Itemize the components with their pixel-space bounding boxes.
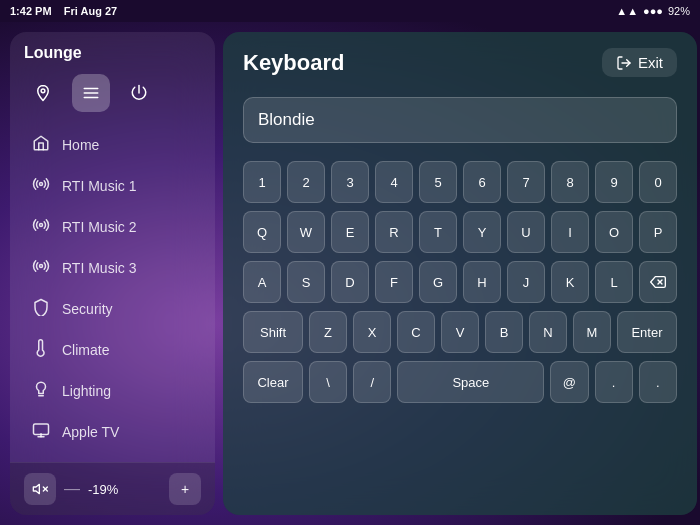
key-s[interactable]: S <box>287 261 325 303</box>
key-row-bottom: Clear \ / Space @ . . <box>243 361 677 403</box>
sidebar-item-rti-music-3[interactable]: RTI Music 3 <box>16 248 209 288</box>
power-button[interactable] <box>120 74 158 112</box>
key-o[interactable]: O <box>595 211 633 253</box>
radio-icon-2 <box>30 216 52 238</box>
exit-button[interactable]: Exit <box>602 48 677 77</box>
key-6[interactable]: 6 <box>463 161 501 203</box>
key-space[interactable]: Space <box>397 361 544 403</box>
signal-icon: ●●● <box>643 5 663 17</box>
key-8[interactable]: 8 <box>551 161 589 203</box>
status-time: 1:42 PM <box>10 5 52 17</box>
sidebar-item-rti-music-2-label: RTI Music 2 <box>62 219 136 235</box>
key-row-asdf: A S D F G H J K L <box>243 261 677 303</box>
keyboard-keys: 1 2 3 4 5 6 7 8 9 0 Q W E R T Y U I <box>243 161 677 499</box>
key-period[interactable]: . <box>639 361 677 403</box>
sidebar-controls <box>10 70 215 120</box>
radio-icon-3 <box>30 257 52 279</box>
key-slash[interactable]: / <box>353 361 391 403</box>
key-7[interactable]: 7 <box>507 161 545 203</box>
key-u[interactable]: U <box>507 211 545 253</box>
svg-point-4 <box>40 183 43 186</box>
key-j[interactable]: J <box>507 261 545 303</box>
key-h[interactable]: H <box>463 261 501 303</box>
sidebar: Lounge <box>10 32 215 515</box>
key-y[interactable]: Y <box>463 211 501 253</box>
battery-level: 92% <box>668 5 690 17</box>
mute-button[interactable] <box>24 473 56 505</box>
key-q[interactable]: Q <box>243 211 281 253</box>
vol-separator: — <box>64 480 80 498</box>
key-3[interactable]: 3 <box>331 161 369 203</box>
key-4[interactable]: 4 <box>375 161 413 203</box>
key-w[interactable]: W <box>287 211 325 253</box>
mute-icon <box>32 481 48 497</box>
sidebar-nav: Home RTI Music 1 <box>10 120 215 462</box>
key-c[interactable]: C <box>397 311 435 353</box>
status-indicators: ▲▲ ●●● 92% <box>616 5 690 17</box>
key-p[interactable]: P <box>639 211 677 253</box>
sidebar-item-security-label: Security <box>62 301 113 317</box>
lighting-icon <box>30 380 52 402</box>
key-g[interactable]: G <box>419 261 457 303</box>
key-m[interactable]: M <box>573 311 611 353</box>
sidebar-item-apple-tv[interactable]: Apple TV <box>16 412 209 452</box>
sidebar-item-security[interactable]: Security <box>16 289 209 329</box>
radio-icon-1 <box>30 175 52 197</box>
sidebar-item-climate[interactable]: Climate <box>16 330 209 370</box>
volume-level: -19% <box>88 482 118 497</box>
key-shift[interactable]: Shift <box>243 311 303 353</box>
key-a[interactable]: A <box>243 261 281 303</box>
volume-up-button[interactable]: + <box>169 473 201 505</box>
svg-point-6 <box>40 265 43 268</box>
svg-rect-7 <box>34 424 49 435</box>
status-time-date: 1:42 PM Fri Aug 27 <box>10 5 117 17</box>
key-b[interactable]: B <box>485 311 523 353</box>
exit-label: Exit <box>638 54 663 71</box>
key-backspace[interactable] <box>639 261 677 303</box>
key-r[interactable]: R <box>375 211 413 253</box>
key-row-numbers: 1 2 3 4 5 6 7 8 9 0 <box>243 161 677 203</box>
key-2[interactable]: 2 <box>287 161 325 203</box>
key-comma[interactable]: . <box>595 361 633 403</box>
key-d[interactable]: D <box>331 261 369 303</box>
key-n[interactable]: N <box>529 311 567 353</box>
key-row-qwerty: Q W E R T Y U I O P <box>243 211 677 253</box>
key-row-zxcv: Shift Z X C V B N M Enter <box>243 311 677 353</box>
status-bar: 1:42 PM Fri Aug 27 ▲▲ ●●● 92% <box>0 0 700 22</box>
key-9[interactable]: 9 <box>595 161 633 203</box>
backspace-icon <box>650 274 666 290</box>
sidebar-item-home-label: Home <box>62 137 99 153</box>
key-z[interactable]: Z <box>309 311 347 353</box>
key-5[interactable]: 5 <box>419 161 457 203</box>
key-1[interactable]: 1 <box>243 161 281 203</box>
key-l[interactable]: L <box>595 261 633 303</box>
plus-icon: + <box>181 481 189 497</box>
sidebar-item-rti-music-1[interactable]: RTI Music 1 <box>16 166 209 206</box>
key-0[interactable]: 0 <box>639 161 677 203</box>
key-clear[interactable]: Clear <box>243 361 303 403</box>
key-backslash[interactable]: \ <box>309 361 347 403</box>
keyboard-text-input[interactable] <box>243 97 677 143</box>
sidebar-item-lighting-label: Lighting <box>62 383 111 399</box>
menu-button[interactable] <box>72 74 110 112</box>
sidebar-item-lighting[interactable]: Lighting <box>16 371 209 411</box>
sidebar-item-blu-ray[interactable]: Blu-ray <box>16 453 209 462</box>
security-icon <box>30 298 52 320</box>
key-at[interactable]: @ <box>550 361 588 403</box>
sidebar-item-home[interactable]: Home <box>16 125 209 165</box>
sidebar-item-apple-tv-label: Apple TV <box>62 424 119 440</box>
key-i[interactable]: I <box>551 211 589 253</box>
key-e[interactable]: E <box>331 211 369 253</box>
key-v[interactable]: V <box>441 311 479 353</box>
key-t[interactable]: T <box>419 211 457 253</box>
key-x[interactable]: X <box>353 311 391 353</box>
sidebar-title: Lounge <box>10 32 215 70</box>
sidebar-item-rti-music-2[interactable]: RTI Music 2 <box>16 207 209 247</box>
home-icon <box>30 134 52 156</box>
appletv-icon <box>30 421 52 443</box>
key-k[interactable]: K <box>551 261 589 303</box>
key-f[interactable]: F <box>375 261 413 303</box>
key-enter[interactable]: Enter <box>617 311 677 353</box>
location-button[interactable] <box>24 74 62 112</box>
sidebar-item-climate-label: Climate <box>62 342 109 358</box>
